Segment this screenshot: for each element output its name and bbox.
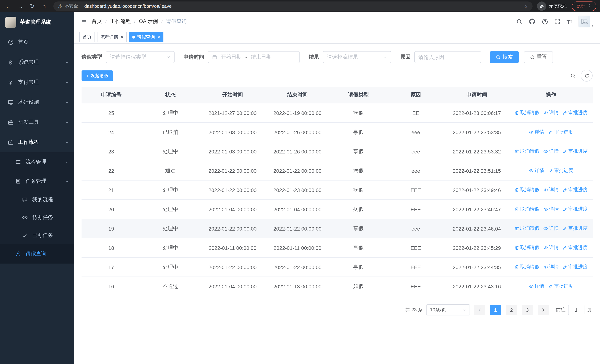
leave-type-select[interactable]: 请选择请假类型 bbox=[106, 51, 175, 63]
sidebar-item-label: 工作流程 bbox=[18, 139, 65, 146]
cell-id: 23 bbox=[82, 142, 141, 161]
column-header: 结束时间 bbox=[265, 87, 330, 103]
progress-action-link[interactable]: 审批进度 bbox=[562, 187, 588, 193]
page-size-select[interactable]: 10条/页 bbox=[426, 304, 470, 316]
pen-icon bbox=[562, 265, 567, 270]
browser-forward-icon[interactable]: → bbox=[16, 3, 25, 9]
cancel-action-link[interactable]: 取消请假 bbox=[514, 264, 539, 271]
sidebar-item-payment[interactable]: ¥ 支付管理 bbox=[0, 72, 74, 92]
search-button[interactable]: 搜索 bbox=[490, 51, 519, 63]
sidebar-item-todo-tasks[interactable]: 待办任务 bbox=[0, 209, 74, 226]
sidebar-item-home[interactable]: 首页 bbox=[0, 32, 74, 52]
cancel-action-link[interactable]: 取消请假 bbox=[514, 244, 539, 251]
date-range-picker[interactable]: 开始日期 - 结束日期 bbox=[208, 51, 300, 63]
browser-reload-icon[interactable]: ↻ bbox=[28, 3, 37, 9]
app-logo[interactable]: 芋道管理系统 bbox=[0, 12, 74, 32]
progress-action-link[interactable]: 审批进度 bbox=[562, 148, 588, 155]
sidebar-item-workflow[interactable]: 工作流程 bbox=[0, 132, 74, 152]
detail-action-link[interactable]: 详情 bbox=[543, 206, 559, 213]
page-button-1[interactable]: 1 bbox=[490, 305, 501, 315]
bookmark-star-icon[interactable]: ☆ bbox=[524, 3, 528, 9]
sidebar-item-my-processes[interactable]: 我的流程 bbox=[0, 191, 74, 209]
cancel-action-link[interactable]: 取消请假 bbox=[514, 225, 539, 232]
toggle-search-icon[interactable] bbox=[570, 73, 576, 78]
progress-action-link[interactable]: 审批进度 bbox=[562, 225, 588, 232]
cell-actions: 取消请假详情审批进度 bbox=[509, 142, 593, 161]
progress-action-link[interactable]: 审批进度 bbox=[562, 264, 588, 271]
help-icon[interactable] bbox=[542, 18, 548, 25]
tab-leave-query[interactable]: 请假查询 × bbox=[129, 32, 163, 42]
font-size-icon[interactable]: TT bbox=[567, 19, 572, 24]
page-button-3[interactable]: 3 bbox=[522, 305, 533, 315]
search-icon[interactable] bbox=[516, 18, 523, 25]
progress-action-link[interactable]: 审批进度 bbox=[562, 110, 588, 116]
detail-action-link[interactable]: 详情 bbox=[543, 225, 559, 232]
browser-menu-icon[interactable]: ⋮ bbox=[587, 3, 592, 9]
cancel-action-link[interactable]: 取消请假 bbox=[514, 187, 539, 193]
github-icon[interactable] bbox=[529, 18, 535, 25]
next-page-button[interactable] bbox=[538, 305, 549, 315]
chevron-down-icon bbox=[65, 160, 69, 164]
cancel-action-link[interactable]: 取消请假 bbox=[514, 206, 539, 213]
breadcrumb-item[interactable]: 工作流程 bbox=[110, 18, 131, 25]
reset-button[interactable]: 重置 bbox=[524, 51, 553, 63]
progress-action-link[interactable]: 审批进度 bbox=[548, 283, 573, 290]
browser-update-button[interactable]: 更新 ⋮ bbox=[572, 1, 596, 11]
progress-action-link[interactable]: 审批进度 bbox=[548, 129, 573, 135]
chevron-down-icon bbox=[383, 55, 387, 59]
sidebar-item-process-management[interactable]: 流程管理 bbox=[0, 152, 74, 172]
breadcrumb-separator: / bbox=[105, 19, 107, 24]
browser-home-icon[interactable]: ⌂ bbox=[39, 3, 49, 9]
table-row: 20处理中2022-01-04 00:00:002022-01-04 00:00… bbox=[82, 200, 593, 219]
result-select[interactable]: 请选择流结果 bbox=[323, 51, 391, 63]
detail-action-link[interactable]: 详情 bbox=[543, 110, 559, 116]
column-header: 请假类型 bbox=[330, 87, 387, 103]
sidebar-item-done-tasks[interactable]: 已办任务 bbox=[0, 226, 74, 244]
address-bar[interactable]: ⚠ 不安全 dashboard.yudao.iocoder.cn/bpm/oa/… bbox=[53, 1, 533, 11]
tab-close-icon[interactable]: × bbox=[121, 35, 123, 40]
sidebar-item-label: 待办任务 bbox=[32, 214, 69, 221]
gear-icon: ⚙ bbox=[7, 59, 14, 65]
trash-icon bbox=[514, 245, 519, 250]
sidebar-item-leave-query[interactable]: 请假查询 bbox=[0, 244, 74, 263]
detail-action-link[interactable]: 详情 bbox=[529, 283, 544, 290]
page-button-2[interactable]: 2 bbox=[506, 305, 517, 315]
goto-page-input[interactable] bbox=[568, 305, 584, 315]
select-placeholder: 请选择流结果 bbox=[327, 54, 358, 60]
cancel-action-link[interactable]: 取消请假 bbox=[514, 148, 539, 155]
detail-action-link[interactable]: 详情 bbox=[529, 129, 544, 135]
sidebar-item-infrastructure[interactable]: 基础设施 bbox=[0, 92, 74, 112]
sidebar-collapse-icon[interactable] bbox=[80, 18, 86, 25]
sidebar-item-system[interactable]: ⚙ 系统管理 bbox=[0, 52, 74, 72]
breadcrumb-separator: / bbox=[161, 19, 163, 24]
progress-action-link[interactable]: 审批进度 bbox=[562, 206, 588, 213]
tab-home[interactable]: 首页 bbox=[79, 32, 95, 42]
detail-action-link[interactable]: 详情 bbox=[543, 244, 559, 251]
sidebar-item-task-management[interactable]: 任务管理 bbox=[0, 172, 74, 191]
progress-action-link[interactable]: 审批进度 bbox=[548, 167, 573, 174]
breadcrumb-item[interactable]: 首页 bbox=[92, 18, 102, 25]
fullscreen-icon[interactable] bbox=[554, 19, 560, 24]
refresh-table-button[interactable] bbox=[581, 70, 593, 82]
detail-action-link[interactable]: 详情 bbox=[543, 187, 559, 193]
tab-process-detail[interactable]: 流程详情 × bbox=[97, 32, 127, 42]
cancel-action-link[interactable]: 取消请假 bbox=[514, 110, 539, 116]
create-leave-button[interactable]: + 发起请假 bbox=[82, 70, 113, 81]
breadcrumb-item[interactable]: OA 示例 bbox=[139, 18, 158, 25]
pagination-total: 共 23 条 bbox=[405, 307, 423, 313]
tab-close-icon[interactable]: × bbox=[158, 35, 160, 40]
sidebar-item-label: 任务管理 bbox=[26, 178, 65, 185]
check-circle-icon bbox=[21, 233, 28, 238]
cell-end: 2022-01-19 00:00:00 bbox=[265, 103, 330, 122]
avatar[interactable]: ▼ bbox=[579, 16, 594, 28]
detail-action-link[interactable]: 详情 bbox=[543, 264, 559, 271]
sidebar-item-devtools[interactable]: 研发工具 bbox=[0, 112, 74, 132]
security-chip[interactable]: ⚠ 不安全 bbox=[58, 3, 78, 9]
detail-action-link[interactable]: 详情 bbox=[543, 148, 559, 155]
pen-icon bbox=[562, 149, 567, 154]
detail-action-link[interactable]: 详情 bbox=[529, 167, 544, 174]
reason-input[interactable] bbox=[415, 52, 481, 63]
progress-action-link[interactable]: 审批进度 bbox=[562, 244, 588, 251]
prev-page-button[interactable] bbox=[474, 305, 485, 315]
browser-back-icon[interactable]: ← bbox=[4, 3, 13, 9]
